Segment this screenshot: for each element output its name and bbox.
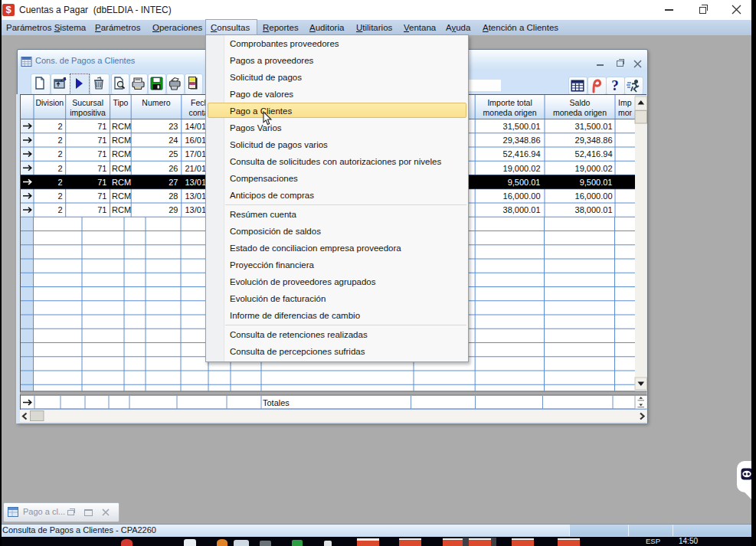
svg-text:21/01: 21/01 [185, 164, 206, 173]
svg-text:RCM: RCM [112, 149, 131, 159]
svg-text:71: 71 [97, 122, 106, 131]
svg-text:71: 71 [97, 205, 106, 214]
svg-text:Division: Division [35, 98, 64, 107]
svg-text:RCM: RCM [112, 136, 131, 145]
svg-text:RCM: RCM [112, 122, 131, 131]
svg-text:52,416.94: 52,416.94 [503, 149, 541, 159]
svg-text:19,000.02: 19,000.02 [503, 164, 541, 173]
svg-text:13/01: 13/01 [185, 205, 206, 214]
svg-text:38,000.01: 38,000.01 [575, 205, 613, 214]
svg-text:Totales: Totales [263, 398, 290, 407]
svg-text:28: 28 [169, 191, 178, 201]
svg-text:17/01: 17/01 [185, 149, 206, 159]
svg-text:RCM: RCM [112, 164, 131, 173]
svg-text:71: 71 [97, 191, 106, 201]
svg-text:38,000.01: 38,000.01 [503, 205, 541, 214]
svg-text:Imp: Imp [618, 98, 632, 107]
svg-text:Numero: Numero [142, 98, 171, 107]
svg-text:29,348.86: 29,348.86 [575, 136, 613, 145]
svg-text:?: ? [611, 77, 619, 93]
svg-text:24: 24 [169, 136, 178, 145]
svg-text:Tipo: Tipo [113, 98, 128, 107]
svg-text:27: 27 [169, 178, 178, 187]
svg-text:RCM: RCM [112, 191, 131, 201]
svg-text:71: 71 [97, 178, 106, 187]
svg-text:moneda origen: moneda origen [553, 108, 607, 117]
svg-text:13/01: 13/01 [185, 178, 206, 187]
svg-text:31,500.01: 31,500.01 [503, 122, 541, 131]
svg-text:RCM: RCM [112, 178, 131, 187]
svg-text:16,000.00: 16,000.00 [575, 191, 613, 201]
svg-text:RCM: RCM [112, 205, 131, 214]
svg-text:2: 2 [57, 136, 62, 145]
svg-text:2: 2 [57, 149, 62, 159]
svg-text:16/01: 16/01 [185, 136, 206, 145]
svg-text:31,500.01: 31,500.01 [575, 122, 613, 131]
svg-text:2: 2 [57, 164, 62, 173]
svg-text:9,500.01: 9,500.01 [508, 178, 541, 187]
svg-text:19,000.02: 19,000.02 [575, 164, 613, 173]
svg-text:2: 2 [57, 191, 62, 201]
svg-text:moneda origen: moneda origen [483, 108, 537, 117]
svg-text:2: 2 [57, 122, 62, 131]
svg-text:29: 29 [169, 205, 178, 214]
svg-text:2: 2 [57, 205, 62, 214]
svg-text:26: 26 [169, 164, 178, 173]
svg-text:Saldo: Saldo [570, 98, 591, 107]
svg-text:9,500.01: 9,500.01 [580, 178, 613, 187]
svg-text:71: 71 [97, 164, 106, 173]
svg-text:14/01: 14/01 [185, 122, 206, 131]
svg-text:29,348.86: 29,348.86 [503, 136, 541, 145]
svg-text:23: 23 [169, 122, 178, 131]
svg-text:13/01: 13/01 [185, 191, 206, 201]
svg-text:Importe total: Importe total [487, 98, 532, 107]
svg-text:16,000.00: 16,000.00 [503, 191, 541, 201]
svg-text:71: 71 [97, 149, 106, 159]
svg-text:Sucursal: Sucursal [72, 98, 103, 107]
svg-text:mor: mor [618, 108, 633, 117]
svg-text:52,416.94: 52,416.94 [575, 149, 613, 159]
svg-text:71: 71 [97, 136, 106, 145]
svg-text:2: 2 [57, 178, 62, 187]
svg-text:25: 25 [169, 149, 178, 159]
svg-text:impositiva: impositiva [70, 108, 106, 117]
